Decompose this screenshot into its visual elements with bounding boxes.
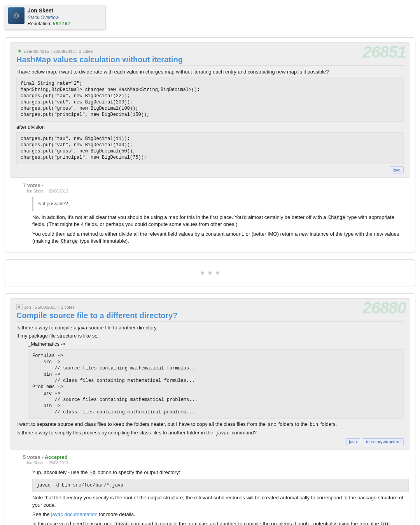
answer-byline: Jon Skeet | 22/08/2013 — [26, 189, 409, 193]
user-name: Jon Skeet — [28, 7, 71, 14]
question-meta: JL Jon | 25/08/2013 | 2 votes — [16, 304, 404, 310]
question-title[interactable]: HashMap values calculation without itera… — [16, 55, 404, 66]
tag-list: java — [16, 166, 404, 173]
code-block: Formulas -> src -> // source files conta… — [28, 349, 404, 419]
qa-panel: 26880 JL Jon | 25/08/2013 | 2 votes Comp… — [5, 293, 415, 525]
tag-list: java directory-structure — [16, 438, 404, 445]
answer-byline: Jon Skeet | 25/08/2013 — [26, 461, 409, 465]
code-block: final String rate="2"; Map<String,BigDec… — [16, 77, 404, 122]
answer-block: 5 votes - Accepted Jon Skeet | 25/08/201… — [21, 454, 410, 525]
avatar: ☺ — [8, 7, 24, 24]
tag[interactable]: java — [390, 166, 404, 173]
user-card: ☺ Jon Skeet Stack Overflow Reputation: 5… — [5, 5, 106, 30]
question-body: Is there a way to compile a java source … — [16, 325, 404, 436]
asker-name[interactable]: Jon — [24, 305, 31, 310]
quote: Is it possible? — [32, 197, 409, 210]
answer-votes: 5 votes - Accepted — [23, 454, 409, 460]
answer-votes: 7 votes - — [23, 182, 409, 188]
question-votes: 2 votes — [61, 305, 75, 310]
asker-avatar-icon: JL — [16, 304, 23, 310]
question-date: 22/08/2013 — [53, 49, 75, 54]
asker-name[interactable]: user2684215 — [24, 49, 49, 54]
user-site[interactable]: Stack Overflow — [28, 15, 71, 21]
question-date: 25/08/2013 — [35, 305, 57, 310]
asker-avatar-icon: ✶ — [16, 48, 23, 54]
answer-block: 7 votes - Jon Skeet | 22/08/2013 Is it p… — [21, 182, 410, 245]
loading-panel — [5, 259, 415, 286]
question-votes: 3 votes — [79, 49, 93, 54]
question-meta: ✶ user2684215 | 22/08/2013 | 3 votes — [16, 48, 404, 54]
tag[interactable]: java — [346, 438, 360, 445]
question-title[interactable]: Compile source file to a different direc… — [16, 311, 404, 322]
answer-body: Yup, absolutely - use the -d option to s… — [32, 469, 409, 525]
code-block: javac -d bin src/foo/bar/*.java — [32, 479, 409, 492]
question-block: 26880 JL Jon | 25/08/2013 | 2 votes Comp… — [10, 298, 410, 450]
qa-panel: 26851 ✶ user2684215 | 22/08/2013 | 3 vot… — [5, 37, 415, 252]
question-block: 26851 ✶ user2684215 | 22/08/2013 | 3 vot… — [10, 42, 410, 178]
tag[interactable]: directory-structure — [363, 438, 404, 445]
question-number: 26880 — [362, 299, 406, 317]
question-number: 26851 — [362, 43, 406, 61]
answer-body: Is it possible? No. In addition, it's no… — [32, 197, 409, 245]
javac-doc-link[interactable]: javac documentation — [51, 511, 97, 517]
code-block: charges.put("tax", new BigDecimal(11)); … — [16, 132, 404, 164]
loading-dots-icon — [10, 264, 410, 281]
user-rep: Reputation: 597767 — [28, 21, 71, 27]
user-info: Jon Skeet Stack Overflow Reputation: 597… — [28, 7, 71, 27]
question-body: I have below map, i want to divide rate … — [16, 69, 404, 164]
